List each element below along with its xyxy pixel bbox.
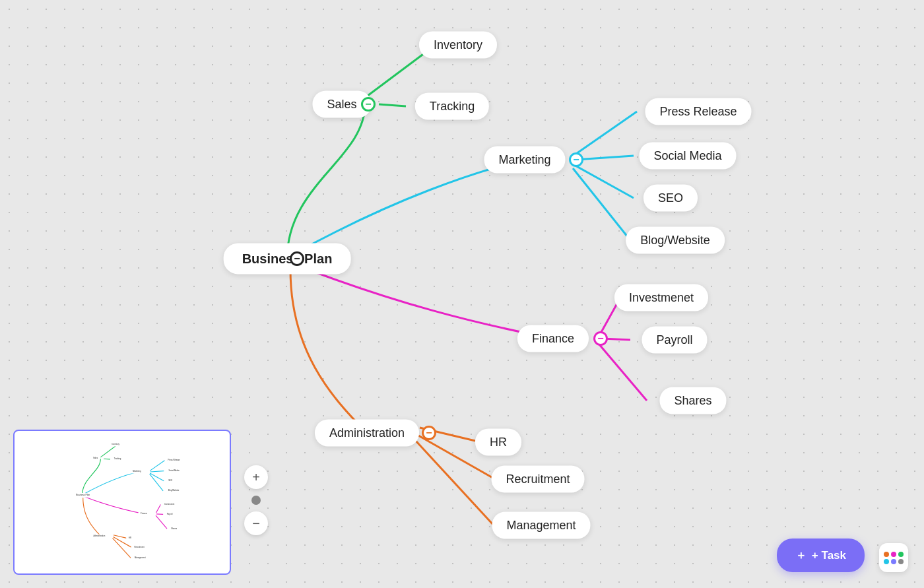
svg-line-4	[574, 165, 634, 198]
svg-line-12	[100, 445, 117, 457]
svg-text:Inventory: Inventory	[112, 443, 119, 445]
svg-line-2	[574, 112, 637, 155]
node-tracking[interactable]: Tracking	[415, 93, 489, 120]
svg-line-23	[113, 538, 131, 558]
svg-text:Investmenet: Investmenet	[164, 503, 175, 506]
node-hr[interactable]: HR	[475, 429, 521, 456]
svg-text:HR: HR	[129, 537, 131, 539]
collapse-administration[interactable]	[422, 426, 436, 440]
grid-view-button[interactable]	[879, 543, 908, 572]
zoom-handle[interactable]	[251, 496, 261, 505]
svg-text:Social Media: Social Media	[169, 469, 180, 472]
task-plus-icon: ＋	[795, 548, 807, 563]
svg-line-20	[156, 515, 167, 529]
svg-text:Administration: Administration	[94, 535, 106, 537]
svg-text:Management: Management	[135, 556, 146, 559]
collapse-sales[interactable]	[361, 97, 376, 112]
svg-text:Recruitment: Recruitment	[134, 546, 144, 548]
svg-text:Blog/Website: Blog/Website	[168, 489, 180, 492]
node-investmenet[interactable]: Investmenet	[614, 284, 708, 311]
svg-text:Payroll: Payroll	[167, 513, 173, 515]
svg-line-1	[379, 104, 406, 106]
collapse-finance[interactable]	[593, 331, 608, 346]
svg-text:Shares: Shares	[171, 527, 178, 530]
add-task-button[interactable]: ＋ + Task	[777, 539, 865, 572]
node-recruitment[interactable]: Recruitment	[491, 466, 584, 493]
svg-line-8	[599, 344, 647, 401]
svg-text:Tracking: Tracking	[114, 457, 121, 460]
svg-text:SEO: SEO	[168, 479, 173, 482]
node-shares[interactable]: Shares	[659, 387, 726, 414]
collapse-business-plan[interactable]	[290, 251, 304, 266]
minimap: Business Plan Sales Inventory Tracking M…	[13, 430, 231, 575]
task-label: + Task	[812, 549, 846, 562]
svg-line-3	[576, 156, 634, 160]
svg-line-14	[150, 461, 164, 471]
svg-text:Press Release: Press Release	[168, 459, 180, 461]
svg-line-15	[150, 471, 164, 472]
zoom-out-button[interactable]: −	[244, 511, 268, 535]
svg-text:Marketing: Marketing	[133, 471, 141, 473]
node-blog-website[interactable]: Blog/Website	[626, 227, 725, 254]
node-seo[interactable]: SEO	[644, 185, 698, 212]
collapse-marketing[interactable]	[569, 152, 583, 167]
node-finance[interactable]: Finance	[517, 325, 589, 352]
node-payroll[interactable]: Payroll	[642, 327, 707, 354]
svg-text:Finance: Finance	[141, 512, 147, 515]
svg-text:Business Plan: Business Plan	[76, 494, 90, 496]
node-marketing[interactable]: Marketing	[484, 147, 565, 174]
svg-line-13	[104, 459, 110, 459]
zoom-controls: + −	[244, 465, 268, 535]
node-social-media[interactable]: Social Media	[639, 143, 736, 170]
node-management[interactable]: Management	[492, 512, 590, 539]
svg-line-18	[156, 504, 161, 513]
node-inventory[interactable]: Inventory	[419, 32, 497, 59]
grid-icon	[884, 552, 904, 564]
node-business-plan[interactable]: Business Plan	[224, 244, 351, 275]
svg-line-5	[573, 168, 630, 240]
node-press-release[interactable]: Press Release	[645, 98, 751, 125]
node-administration[interactable]: Administration	[315, 420, 419, 447]
svg-line-21	[114, 535, 127, 539]
minimap-svg: Business Plan Sales Inventory Tracking M…	[15, 431, 231, 575]
svg-text:Sales: Sales	[93, 457, 98, 459]
zoom-in-button[interactable]: +	[244, 465, 268, 489]
